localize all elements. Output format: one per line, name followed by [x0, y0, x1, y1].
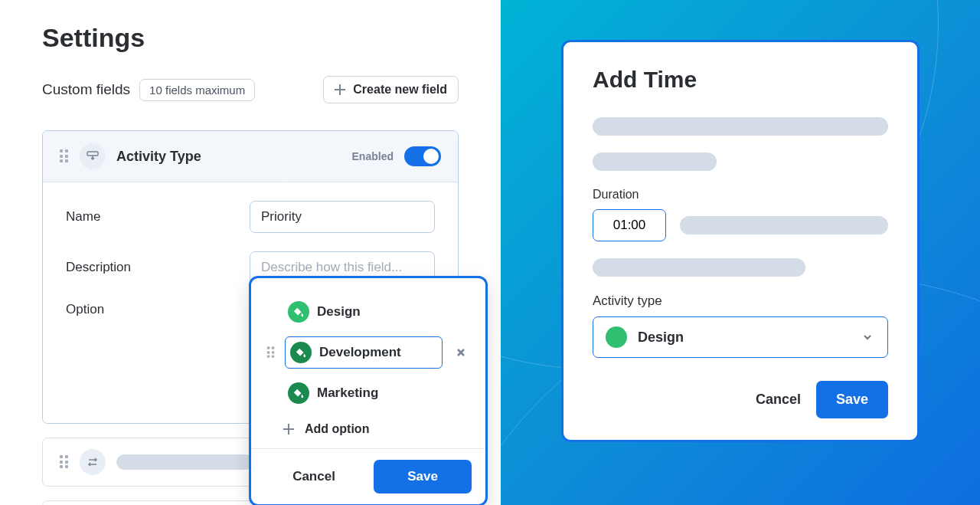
color-swatch	[288, 382, 309, 404]
field-name: Activity Type	[116, 149, 201, 165]
skeleton-placeholder	[680, 216, 888, 234]
name-label: Name	[66, 209, 250, 225]
color-swatch	[288, 301, 309, 323]
options-popover: Design Development Market	[249, 276, 488, 505]
save-button[interactable]: Save	[816, 381, 888, 418]
activity-type-value: Design	[638, 330, 849, 346]
save-button[interactable]: Save	[374, 460, 472, 494]
add-time-modal: Add Time Duration Activity type Design C…	[561, 40, 920, 442]
option-label: Option	[66, 302, 269, 317]
remove-option-button[interactable]	[452, 343, 470, 362]
drag-handle-icon[interactable]	[60, 149, 69, 163]
drag-handle-icon[interactable]	[267, 346, 275, 358]
fields-limit-badge: 10 fields maximum	[139, 79, 255, 101]
add-option-label: Add option	[305, 422, 369, 436]
option-label: Development	[319, 345, 401, 360]
color-swatch	[606, 326, 627, 348]
svg-rect-0	[87, 152, 98, 156]
option-item-development[interactable]: Development	[251, 332, 485, 373]
field-type-icon	[80, 449, 106, 475]
drag-handle-icon[interactable]	[60, 455, 69, 469]
option-item-marketing[interactable]: Marketing	[251, 373, 485, 413]
plus-icon	[283, 424, 294, 434]
cancel-button[interactable]: Cancel	[756, 392, 801, 408]
duration-input[interactable]	[593, 209, 666, 241]
option-item-design[interactable]: Design	[251, 292, 485, 332]
option-label: Marketing	[317, 385, 378, 401]
duration-label: Duration	[593, 188, 888, 202]
color-swatch	[290, 342, 312, 363]
skeleton-placeholder	[593, 258, 805, 277]
add-option-button[interactable]: Add option	[251, 413, 485, 448]
skeleton-placeholder	[593, 152, 717, 171]
chevron-down-icon	[860, 330, 875, 345]
skeleton-placeholder	[593, 117, 888, 136]
field-type-icon	[80, 143, 106, 169]
option-label: Design	[317, 304, 361, 320]
cancel-button[interactable]: Cancel	[265, 460, 363, 494]
custom-fields-title: Custom fields	[42, 81, 130, 98]
activity-type-select[interactable]: Design	[593, 316, 888, 358]
preview-panel: Add Time Duration Activity type Design C…	[501, 0, 980, 505]
activity-type-label: Activity type	[593, 293, 888, 309]
description-label: Description	[66, 260, 250, 275]
modal-title: Add Time	[593, 67, 888, 93]
skeleton-placeholder	[116, 454, 254, 470]
